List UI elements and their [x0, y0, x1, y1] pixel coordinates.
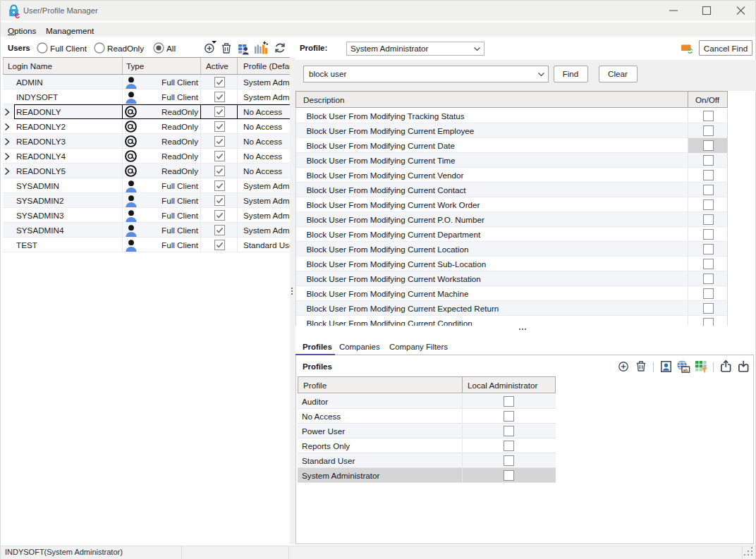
svg-text:ab: ab	[683, 367, 688, 372]
svg-text:c: c	[15, 10, 20, 20]
